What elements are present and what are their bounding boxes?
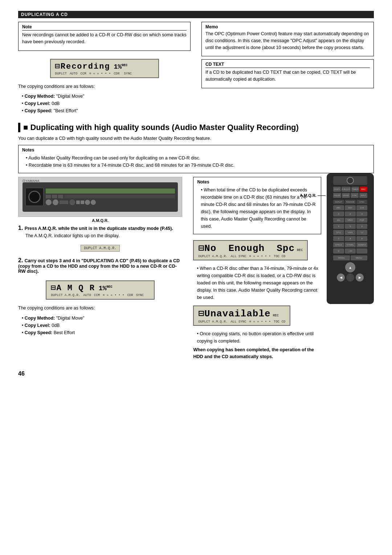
no-enough-main: ⊟No Enough Spc	[198, 242, 295, 254]
cd-player-image: @YAMAHA	[18, 177, 182, 223]
cdtext-title: CD TEXT	[205, 62, 370, 68]
memo-title: Memo	[205, 24, 370, 29]
duplct-display-text: DUPLCT A.M.Q.R.	[84, 246, 117, 250]
step-1-title: Press A.M.Q.R. while the unit is in the …	[25, 226, 173, 231]
memo-text: The OPC (Optimum Power Control) feature …	[205, 31, 370, 51]
section-header: DUPLICATING A CD	[18, 11, 374, 18]
step-1-body: The A.M.Q.R. indicator lights up on the …	[18, 232, 182, 239]
memo-box: Memo The OPC (Optimum Power Control) fea…	[201, 22, 374, 56]
unavailable-main: ⊟Unavailable	[198, 308, 270, 319]
amqr-display-sub: DUPLCT A.M.Q.R.AUTOCCM≡ = = • • •CDR SYN…	[51, 293, 150, 297]
cdtext-box: CD TEXT If a CD to be duplicated has CD …	[201, 59, 374, 88]
amqr-display: ⊟A M Q R 1%REC DUPLCT A.M.Q.R.AUTOCCM≡ =…	[46, 280, 155, 300]
amqr-display-percent: 1%REC	[99, 285, 113, 292]
amqr-label-bottom: A.M.Q.R.	[18, 218, 182, 223]
note-title: Note	[22, 24, 187, 31]
note-text: New recordings cannot be added to a CD-R…	[22, 32, 187, 45]
step-2: 2. Carry out steps 3 and 4 in "DUPLICATI…	[18, 257, 182, 274]
remote-control-image: COPY A.M.Q.R. TIMER REC FNLIZE ERASE SYN…	[327, 173, 374, 304]
notes-list-2: When total time of the CD to be duplicat…	[197, 186, 317, 230]
notes-title-1: Notes	[22, 147, 370, 153]
duplct-display: DUPLCT A.M.Q.R.	[81, 245, 120, 252]
no-enough-display: ⊟No Enough Spc REC DUPLCT A.M.Q.R.ALL SY…	[193, 240, 308, 260]
copying-conditions-label-1: The copying conditions are as follows:	[18, 83, 191, 90]
copying-conditions-list-2: Copy Method: "Digital Move" Copy Level: …	[18, 315, 182, 336]
notes-box-2: Notes When total time of the CD to be du…	[193, 177, 321, 234]
cdtext-text: If a CD to be duplicated has CD TEXT tha…	[205, 69, 370, 83]
display-main-text: ⊟Recording	[55, 61, 110, 71]
notes-box-1: Notes Audio Master Quality Recording can…	[18, 145, 374, 173]
rec-label: REC	[122, 64, 127, 67]
notes-list-1: Audio Master Quality Recording can be us…	[22, 154, 370, 169]
step-1-num: 1.	[18, 225, 25, 231]
step-2-title: Carry out steps 3 and 4 in "DUPLICATING …	[18, 258, 180, 274]
copying-conditions-list-1: Copy Method: "Digital Move" Copy Level: …	[18, 93, 191, 114]
notes-list-2b: When a CD-R disc other than a 74-minute,…	[193, 265, 321, 301]
final-bold-text: When copying has been completed, the ope…	[193, 347, 321, 360]
display-percent: 1%REC	[114, 63, 128, 70]
amqr-display-main: ⊟A M Q R	[51, 283, 95, 293]
note-box: Note New recordings cannot be added to a…	[18, 22, 191, 51]
page-number: 46	[18, 370, 374, 377]
recording-display: ⊟Recording 1%REC DUPLCTAUTOCCM≡ = = • • …	[50, 59, 159, 78]
amqr-annotation: A.M.Q.R. ——	[300, 193, 326, 198]
copying-conditions-label-2: The copying conditions are as follows:	[18, 305, 182, 312]
step-2-num: 2.	[18, 257, 25, 263]
step-1: 1. Press A.M.Q.R. while the unit is in t…	[18, 225, 182, 239]
no-enough-rec: REC	[297, 248, 303, 252]
unavailable-rec: REC	[273, 314, 279, 317]
notes-list-2c: Once copying starts, no button operation…	[193, 330, 321, 345]
notes-title-2: Notes	[197, 179, 317, 185]
display-sub-row: DUPLCTAUTOCCM≡ = = • • •CDR SYNC	[55, 72, 154, 76]
unavailable-display: ⊟Unavailable REC DUPLCT A.M.Q.R.ALL SYNC…	[193, 305, 290, 326]
main-body-text: You can duplicate a CD with high quality…	[18, 135, 374, 142]
main-section-title: ■ Duplicating with high quality sounds (…	[18, 123, 374, 132]
